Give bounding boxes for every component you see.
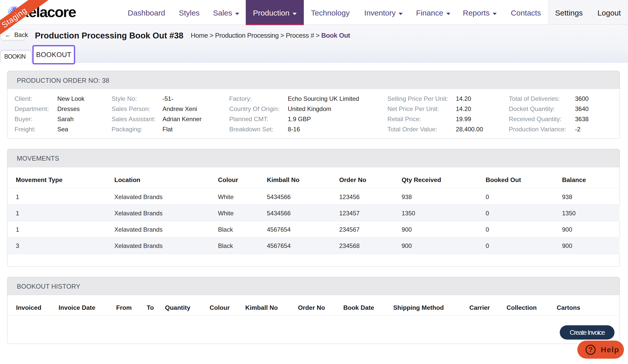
svg-text:?: ? [588,346,593,354]
